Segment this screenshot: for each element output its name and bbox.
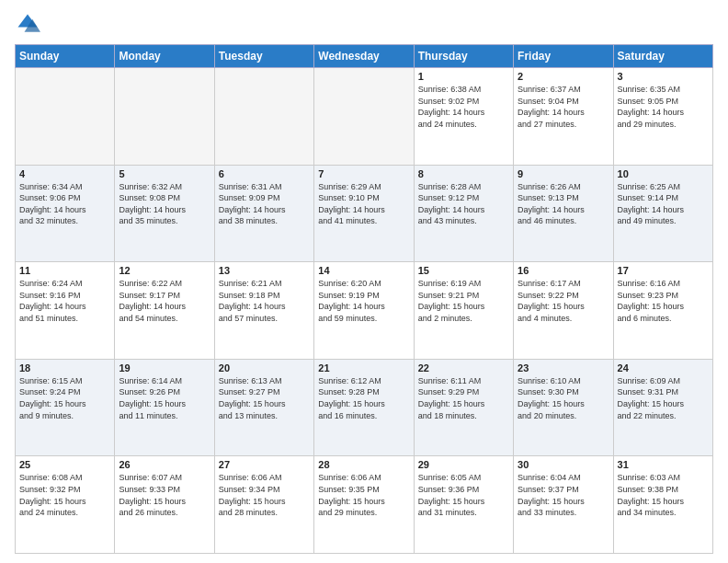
day-cell: 28Sunrise: 6:06 AM Sunset: 9:35 PM Dayli… [314,456,414,554]
day-number: 3 [618,71,709,82]
day-info: Sunrise: 6:11 AM Sunset: 9:29 PM Dayligh… [418,375,509,421]
day-info: Sunrise: 6:14 AM Sunset: 9:26 PM Dayligh… [119,375,210,421]
day-info: Sunrise: 6:13 AM Sunset: 9:27 PM Dayligh… [219,375,310,421]
day-info: Sunrise: 6:21 AM Sunset: 9:18 PM Dayligh… [219,278,310,324]
day-number: 5 [119,168,210,179]
day-info: Sunrise: 6:31 AM Sunset: 9:09 PM Dayligh… [219,181,310,227]
day-cell: 25Sunrise: 6:08 AM Sunset: 9:32 PM Dayli… [16,456,115,554]
day-cell: 31Sunrise: 6:03 AM Sunset: 9:38 PM Dayli… [613,456,712,554]
day-info: Sunrise: 6:09 AM Sunset: 9:31 PM Dayligh… [618,375,709,421]
day-cell: 16Sunrise: 6:17 AM Sunset: 9:22 PM Dayli… [514,262,613,360]
header [15,11,713,37]
day-cell: 7Sunrise: 6:29 AM Sunset: 9:10 PM Daylig… [314,165,414,262]
day-number: 11 [19,265,110,276]
day-number: 24 [618,362,709,373]
day-number: 12 [119,265,210,276]
day-cell: 13Sunrise: 6:21 AM Sunset: 9:18 PM Dayli… [214,262,313,360]
day-info: Sunrise: 6:22 AM Sunset: 9:17 PM Dayligh… [119,278,210,324]
col-saturday: Saturday [613,45,712,68]
day-number: 28 [318,459,409,470]
header-row: Sunday Monday Tuesday Wednesday Thursday… [16,45,713,68]
day-cell: 29Sunrise: 6:05 AM Sunset: 9:36 PM Dayli… [414,456,513,554]
col-friday: Friday [514,45,613,68]
day-info: Sunrise: 6:04 AM Sunset: 9:37 PM Dayligh… [518,472,609,518]
day-number: 27 [219,459,310,470]
day-info: Sunrise: 6:16 AM Sunset: 9:23 PM Dayligh… [618,278,709,324]
day-cell: 9Sunrise: 6:26 AM Sunset: 9:13 PM Daylig… [514,165,613,262]
day-number: 31 [618,459,709,470]
day-info: Sunrise: 6:32 AM Sunset: 9:08 PM Dayligh… [119,181,210,227]
day-info: Sunrise: 6:03 AM Sunset: 9:38 PM Dayligh… [618,472,709,518]
col-thursday: Thursday [414,45,513,68]
week-row-5: 25Sunrise: 6:08 AM Sunset: 9:32 PM Dayli… [16,456,713,554]
day-cell: 11Sunrise: 6:24 AM Sunset: 9:16 PM Dayli… [16,262,115,360]
col-wednesday: Wednesday [314,45,414,68]
day-cell: 6Sunrise: 6:31 AM Sunset: 9:09 PM Daylig… [214,165,313,262]
day-number: 9 [518,168,609,179]
day-number: 16 [518,265,609,276]
day-cell: 26Sunrise: 6:07 AM Sunset: 9:33 PM Dayli… [115,456,214,554]
day-cell: 15Sunrise: 6:19 AM Sunset: 9:21 PM Dayli… [414,262,513,360]
day-number: 23 [518,362,609,373]
day-info: Sunrise: 6:15 AM Sunset: 9:24 PM Dayligh… [19,375,110,421]
day-info: Sunrise: 6:35 AM Sunset: 9:05 PM Dayligh… [618,84,709,130]
day-number: 22 [418,362,509,373]
calendar-header: Sunday Monday Tuesday Wednesday Thursday… [16,45,713,68]
day-info: Sunrise: 6:06 AM Sunset: 9:35 PM Dayligh… [318,472,409,518]
day-cell: 18Sunrise: 6:15 AM Sunset: 9:24 PM Dayli… [16,359,115,456]
day-cell: 24Sunrise: 6:09 AM Sunset: 9:31 PM Dayli… [613,359,712,456]
day-cell: 8Sunrise: 6:28 AM Sunset: 9:12 PM Daylig… [414,165,513,262]
day-number: 4 [19,168,110,179]
day-number: 7 [318,168,409,179]
col-tuesday: Tuesday [214,45,313,68]
day-cell: 3Sunrise: 6:35 AM Sunset: 9:05 PM Daylig… [613,68,712,166]
day-number: 19 [119,362,210,373]
day-info: Sunrise: 6:28 AM Sunset: 9:12 PM Dayligh… [418,181,509,227]
day-cell: 27Sunrise: 6:06 AM Sunset: 9:34 PM Dayli… [214,456,313,554]
day-number: 8 [418,168,509,179]
day-number: 26 [119,459,210,470]
day-number: 15 [418,265,509,276]
day-info: Sunrise: 6:06 AM Sunset: 9:34 PM Dayligh… [219,472,310,518]
day-cell: 5Sunrise: 6:32 AM Sunset: 9:08 PM Daylig… [115,165,214,262]
day-info: Sunrise: 6:05 AM Sunset: 9:36 PM Dayligh… [418,472,509,518]
col-monday: Monday [115,45,214,68]
day-info: Sunrise: 6:38 AM Sunset: 9:02 PM Dayligh… [418,84,509,130]
week-row-4: 18Sunrise: 6:15 AM Sunset: 9:24 PM Dayli… [16,359,713,456]
day-cell: 23Sunrise: 6:10 AM Sunset: 9:30 PM Dayli… [514,359,613,456]
day-cell: 21Sunrise: 6:12 AM Sunset: 9:28 PM Dayli… [314,359,414,456]
day-number: 25 [19,459,110,470]
day-number: 13 [219,265,310,276]
day-cell [214,68,313,166]
day-cell: 4Sunrise: 6:34 AM Sunset: 9:06 PM Daylig… [16,165,115,262]
day-number: 18 [19,362,110,373]
day-info: Sunrise: 6:29 AM Sunset: 9:10 PM Dayligh… [318,181,409,227]
calendar-table: Sunday Monday Tuesday Wednesday Thursday… [15,44,713,554]
week-row-2: 4Sunrise: 6:34 AM Sunset: 9:06 PM Daylig… [16,165,713,262]
day-info: Sunrise: 6:17 AM Sunset: 9:22 PM Dayligh… [518,278,609,324]
day-cell: 12Sunrise: 6:22 AM Sunset: 9:17 PM Dayli… [115,262,214,360]
day-cell: 2Sunrise: 6:37 AM Sunset: 9:04 PM Daylig… [514,68,613,166]
day-cell [115,68,214,166]
day-cell [16,68,115,166]
logo [15,11,44,37]
day-number: 6 [219,168,310,179]
logo-icon [15,11,40,37]
day-cell: 14Sunrise: 6:20 AM Sunset: 9:19 PM Dayli… [314,262,414,360]
day-info: Sunrise: 6:12 AM Sunset: 9:28 PM Dayligh… [318,375,409,421]
day-number: 2 [518,71,609,82]
day-number: 21 [318,362,409,373]
day-cell: 19Sunrise: 6:14 AM Sunset: 9:26 PM Dayli… [115,359,214,456]
day-info: Sunrise: 6:19 AM Sunset: 9:21 PM Dayligh… [418,278,509,324]
day-info: Sunrise: 6:34 AM Sunset: 9:06 PM Dayligh… [19,181,110,227]
day-cell: 22Sunrise: 6:11 AM Sunset: 9:29 PM Dayli… [414,359,513,456]
day-cell: 17Sunrise: 6:16 AM Sunset: 9:23 PM Dayli… [613,262,712,360]
day-cell: 30Sunrise: 6:04 AM Sunset: 9:37 PM Dayli… [514,456,613,554]
day-number: 30 [518,459,609,470]
day-number: 14 [318,265,409,276]
day-info: Sunrise: 6:10 AM Sunset: 9:30 PM Dayligh… [518,375,609,421]
day-info: Sunrise: 6:20 AM Sunset: 9:19 PM Dayligh… [318,278,409,324]
day-cell: 10Sunrise: 6:25 AM Sunset: 9:14 PM Dayli… [613,165,712,262]
day-info: Sunrise: 6:08 AM Sunset: 9:32 PM Dayligh… [19,472,110,518]
day-cell: 20Sunrise: 6:13 AM Sunset: 9:27 PM Dayli… [214,359,313,456]
